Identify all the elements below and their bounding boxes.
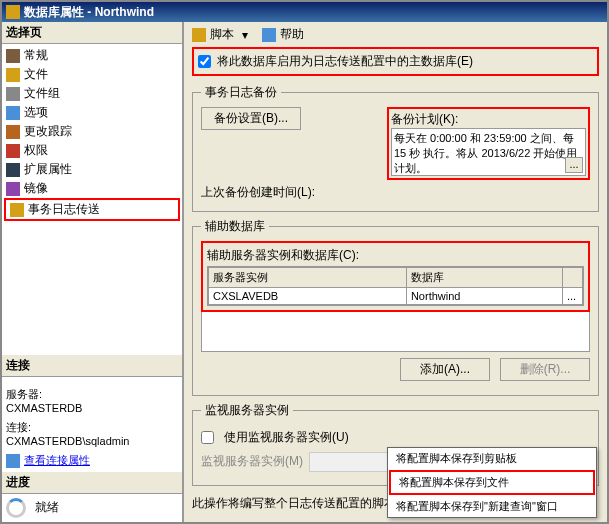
col-ellipsis	[563, 268, 583, 288]
remove-button[interactable]: 删除(R)...	[500, 358, 590, 381]
script-dropdown-menu: 将配置脚本保存到剪贴板 将配置脚本保存到文件 将配置脚本保存到"新建查询"窗口	[387, 447, 597, 518]
toolbar-help[interactable]: 帮助	[280, 26, 304, 43]
connect-header: 连接	[2, 355, 182, 377]
nav-mirroring[interactable]: 镜像	[2, 179, 182, 198]
nav-list: 常规 文件 文件组 选项 更改跟踪 权限 扩展属性 镜像 事务日志传送	[2, 44, 182, 223]
connect-info: 服务器: CXMASTERDB 连接: CXMASTERDB\sqladmin …	[2, 377, 182, 472]
connection-icon	[6, 454, 20, 468]
nav-filegroups[interactable]: 文件组	[2, 84, 182, 103]
menu-save-clipboard[interactable]: 将配置脚本保存到剪贴板	[388, 448, 596, 469]
left-pane: 选择页 常规 文件 文件组 选项 更改跟踪 权限 扩展属性 镜像 事务日志传送 …	[2, 22, 184, 522]
progress-header: 进度	[2, 472, 182, 494]
col-database: 数据库	[406, 268, 562, 288]
toolbar: 脚本 ▾ 帮助	[192, 26, 599, 43]
toolbar-script[interactable]: 脚本	[210, 26, 234, 43]
add-button[interactable]: 添加(A)...	[400, 358, 490, 381]
page-icon	[6, 106, 20, 120]
menu-save-file[interactable]: 将配置脚本保存到文件	[389, 470, 595, 495]
last-backup-label: 上次备份创建时间(L):	[201, 184, 590, 201]
page-icon	[6, 49, 20, 63]
nav-files[interactable]: 文件	[2, 65, 182, 84]
enable-primary-row: 将此数据库启用为日志传送配置中的主数据库(E)	[192, 47, 599, 76]
nav-log-shipping[interactable]: 事务日志传送	[4, 198, 180, 221]
col-server-instance: 服务器实例	[209, 268, 407, 288]
script-icon	[192, 28, 206, 42]
grid-header-row: 服务器实例 数据库	[209, 268, 583, 288]
spinner-icon	[6, 498, 26, 518]
secondary-empty-area	[201, 312, 590, 352]
conn-label: 连接:	[6, 420, 178, 435]
nav-options[interactable]: 选项	[2, 103, 182, 122]
nav-permissions[interactable]: 权限	[2, 141, 182, 160]
page-icon	[6, 87, 20, 101]
view-connection-props-link[interactable]: 查看连接属性	[6, 453, 178, 468]
menu-save-new-query[interactable]: 将配置脚本保存到"新建查询"窗口	[388, 496, 596, 517]
schedule-text: 每天在 0:00:00 和 23:59:00 之间、每 15 秒 执行。将从 2…	[394, 132, 577, 174]
enable-primary-checkbox[interactable]	[198, 55, 211, 68]
help-icon	[262, 28, 276, 42]
nav-general[interactable]: 常规	[2, 46, 182, 65]
server-value: CXMASTERDB	[6, 402, 178, 414]
monitor-legend: 监视服务器实例	[201, 402, 293, 419]
schedule-textbox: 每天在 0:00:00 和 23:59:00 之间、每 15 秒 执行。将从 2…	[391, 128, 586, 176]
table-row[interactable]: CXSLAVEDB Northwind ...	[209, 288, 583, 305]
nav-extended-props[interactable]: 扩展属性	[2, 160, 182, 179]
row-ellipsis-button[interactable]: ...	[563, 288, 583, 305]
progress-area: 就绪	[2, 494, 182, 522]
script-note-text: 此操作将编写整个日志传送配置的脚本。	[192, 495, 408, 512]
page-icon	[6, 182, 20, 196]
secondary-grid[interactable]: 服务器实例 数据库 CXSLAVEDB Northwind ...	[208, 267, 583, 305]
page-icon	[10, 203, 24, 217]
page-icon	[6, 163, 20, 177]
page-icon	[6, 144, 20, 158]
titlebar: 数据库属性 - Northwind	[2, 2, 607, 22]
nav-change-tracking[interactable]: 更改跟踪	[2, 122, 182, 141]
window-title: 数据库属性 - Northwind	[24, 4, 154, 21]
conn-value: CXMASTERDB\sqladmin	[6, 435, 178, 447]
page-icon	[6, 68, 20, 82]
use-monitor-checkbox[interactable]	[201, 431, 214, 444]
progress-status: 就绪	[35, 500, 59, 514]
enable-primary-label: 将此数据库启用为日志传送配置中的主数据库(E)	[217, 53, 473, 70]
page-icon	[6, 125, 20, 139]
use-monitor-label: 使用监视服务器实例(U)	[224, 429, 349, 446]
app-icon	[6, 5, 20, 19]
backup-settings-button[interactable]: 备份设置(B)...	[201, 107, 301, 130]
backup-fieldset: 事务日志备份 备份设置(B)... 备份计划(K): 每天在 0:00:00 和…	[192, 84, 599, 212]
select-page-header: 选择页	[2, 22, 182, 44]
monitor-instance-label: 监视服务器实例(M)	[201, 453, 303, 470]
backup-legend: 事务日志备份	[201, 84, 281, 101]
schedule-ellipsis-button[interactable]: ...	[565, 157, 583, 173]
cell-server: CXSLAVEDB	[209, 288, 407, 305]
right-pane: 脚本 ▾ 帮助 将此数据库启用为日志传送配置中的主数据库(E) 事务日志备份 备…	[184, 22, 607, 522]
secondary-fieldset: 辅助数据库 辅助服务器实例和数据库(C): 服务器实例 数据库 CXSLAVED…	[192, 218, 599, 396]
server-label: 服务器:	[6, 387, 178, 402]
schedule-label: 备份计划(K):	[391, 111, 586, 128]
cell-db: Northwind	[406, 288, 562, 305]
secondary-instances-label: 辅助服务器实例和数据库(C):	[207, 247, 584, 264]
secondary-legend: 辅助数据库	[201, 218, 269, 235]
